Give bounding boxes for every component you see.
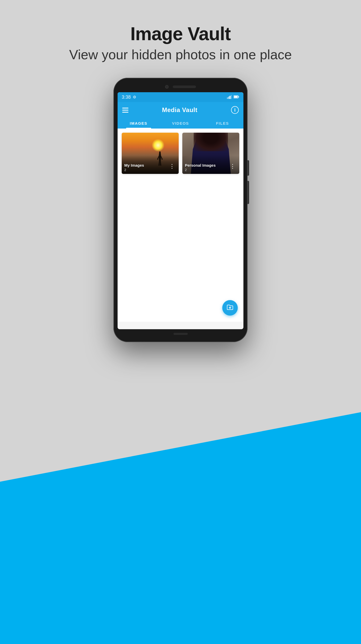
folder-count-my-images: 2: [124, 168, 168, 172]
phone-power-button: [248, 160, 249, 176]
svg-rect-6: [234, 96, 238, 98]
app-toolbar: Media Vault i: [118, 102, 243, 118]
background-diagonal: [0, 412, 361, 644]
page-subtitle: View your hidden photos in one place: [69, 47, 292, 62]
phone-bottom-bar: [118, 329, 243, 337]
svg-rect-2: [229, 96, 231, 99]
phone-device: 3:38 ⚙: [113, 78, 248, 342]
folder-count-personal-images: 2: [185, 168, 229, 172]
svg-rect-3: [231, 95, 232, 99]
tab-videos[interactable]: VIDEOS: [160, 118, 202, 129]
phone-camera: [165, 85, 169, 89]
folder-thumbnail-personal-images: Personal Images 2 ⋮: [182, 133, 239, 174]
phone-top-bar: [118, 82, 243, 92]
toolbar-title: Media Vault: [162, 106, 198, 114]
hamburger-menu-button[interactable]: [122, 108, 128, 113]
phone-volume-button: [248, 181, 249, 204]
status-right: [227, 95, 239, 100]
battery-icon: [234, 95, 239, 99]
info-button[interactable]: i: [231, 106, 239, 114]
page-title: Image Vault: [69, 23, 292, 44]
folder-text-personal-images: Personal Images 2: [185, 163, 229, 172]
folder-name-my-images: My Images: [124, 163, 168, 167]
tab-images[interactable]: IMAGES: [118, 118, 160, 129]
phone-speaker: [173, 86, 196, 88]
add-folder-icon: [226, 303, 234, 312]
folder-card-personal-images[interactable]: Personal Images 2 ⋮: [182, 133, 239, 174]
status-left: 3:38 ⚙: [122, 95, 136, 100]
folder-menu-personal-images[interactable]: ⋮: [229, 163, 237, 170]
folder-name-personal-images: Personal Images: [185, 163, 229, 167]
svg-rect-0: [227, 97, 228, 99]
folder-grid: My Images 2 ⋮: [122, 133, 239, 174]
phone-screen: 3:38 ⚙: [118, 92, 243, 329]
folder-thumbnail-my-images: My Images 2 ⋮: [122, 133, 179, 174]
phone-home-button[interactable]: [174, 333, 188, 335]
header-section: Image Vault View your hidden photos in o…: [69, 0, 292, 62]
status-bar: 3:38 ⚙: [118, 92, 243, 102]
folder-card-my-images[interactable]: My Images 2 ⋮: [122, 133, 179, 174]
signal-icon: [227, 95, 232, 100]
status-time: 3:38: [122, 95, 131, 100]
phone-frame: 3:38 ⚙: [113, 78, 248, 342]
tab-bar: IMAGES VIDEOS FILES: [118, 118, 243, 129]
content-area: My Images 2 ⋮: [118, 129, 243, 322]
svg-rect-1: [228, 97, 229, 99]
svg-rect-5: [238, 96, 239, 97]
folder-menu-my-images[interactable]: ⋮: [168, 163, 176, 170]
folder-info-personal-images: Personal Images 2 ⋮: [182, 155, 239, 174]
settings-icon: ⚙: [133, 95, 136, 99]
folder-info-my-images: My Images 2 ⋮: [122, 155, 179, 174]
folder-text-my-images: My Images 2: [124, 163, 168, 172]
tab-files[interactable]: FILES: [201, 118, 243, 129]
add-folder-fab[interactable]: [222, 300, 238, 316]
